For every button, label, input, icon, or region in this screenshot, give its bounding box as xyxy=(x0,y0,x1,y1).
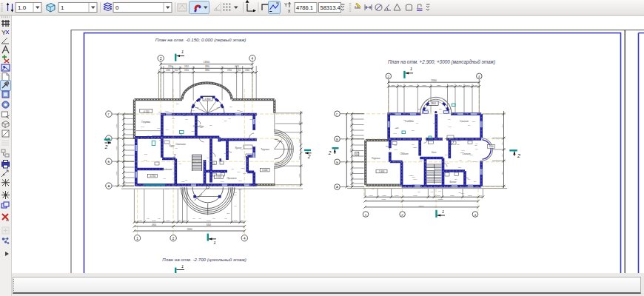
svg-text:620: 620 xyxy=(241,220,244,222)
svg-text:600: 600 xyxy=(178,220,182,222)
svg-text:1050: 1050 xyxy=(449,84,454,87)
svg-text:1700: 1700 xyxy=(369,195,373,197)
svg-text:2800: 2800 xyxy=(431,102,437,105)
svg-text:13300: 13300 xyxy=(187,228,192,231)
svg-text:3300: 3300 xyxy=(115,171,118,175)
svg-text:Столовая: Столовая xyxy=(175,143,186,146)
svg-text:1810: 1810 xyxy=(184,65,189,68)
svg-text:2280: 2280 xyxy=(298,155,301,160)
svg-text:4070: 4070 xyxy=(235,65,239,68)
svg-text:Кабинет: Кабинет xyxy=(163,168,172,171)
svg-text:2600: 2600 xyxy=(298,121,301,125)
svg-text:1890: 1890 xyxy=(422,84,426,87)
svg-text:3300: 3300 xyxy=(115,146,118,150)
svg-text:1: 1 xyxy=(442,209,444,214)
svg-text:Спальня: Спальня xyxy=(460,120,469,123)
svg-text:Б: Б xyxy=(107,160,110,164)
svg-text:Ванная: Ванная xyxy=(450,181,457,184)
svg-text:1130: 1130 xyxy=(436,195,440,197)
svg-text:5990: 5990 xyxy=(207,220,211,222)
svg-text:1: 1 xyxy=(213,240,215,245)
svg-text:600: 600 xyxy=(184,220,187,222)
svg-text:3480: 3480 xyxy=(413,195,417,197)
svg-text:1810: 1810 xyxy=(184,69,189,72)
svg-text:3300: 3300 xyxy=(349,124,351,128)
svg-text:2490: 2490 xyxy=(168,65,172,68)
svg-text:2.800: 2.800 xyxy=(205,98,211,101)
svg-text:3300: 3300 xyxy=(349,148,351,152)
svg-text:Гард.: Гард. xyxy=(413,147,417,149)
svg-text:1360: 1360 xyxy=(245,69,249,72)
svg-text:План на отм. +2.900; +3000 (ма: План на отм. +2.900; +3000 (мансардный э… xyxy=(388,59,495,65)
svg-text:1510: 1510 xyxy=(395,195,399,197)
svg-text:13300: 13300 xyxy=(431,79,437,82)
svg-text:-0.150: -0.150 xyxy=(143,110,150,113)
svg-text:4900: 4900 xyxy=(152,223,156,226)
svg-text:Терраса: Терраса xyxy=(372,157,380,160)
svg-text:Y: Y xyxy=(1,29,6,36)
svg-text:4: 4 xyxy=(252,57,254,61)
svg-text:900: 900 xyxy=(474,84,478,87)
svg-text:10200: 10200 xyxy=(438,198,444,201)
svg-text:810: 810 xyxy=(238,69,241,72)
svg-text:В: В xyxy=(336,138,338,141)
svg-text:2100: 2100 xyxy=(468,195,472,197)
svg-text:2: 2 xyxy=(517,153,520,158)
svg-text:А: А xyxy=(336,185,338,189)
svg-text:950: 950 xyxy=(399,84,403,87)
svg-text:а1: а1 xyxy=(356,152,359,155)
svg-text:План на отм. -0.150; 0.000 (пе: План на отм. -0.150; 0.000 (первый этаж) xyxy=(155,37,246,42)
svg-text:1100: 1100 xyxy=(466,84,470,87)
svg-text:2270: 2270 xyxy=(437,84,441,87)
svg-text:8400: 8400 xyxy=(207,223,211,226)
svg-text:3890: 3890 xyxy=(205,69,209,72)
svg-text:-0.750: -0.750 xyxy=(150,175,156,178)
svg-text:1540: 1540 xyxy=(501,141,503,146)
svg-text:1130: 1130 xyxy=(233,220,238,222)
svg-text:15100: 15100 xyxy=(419,205,425,207)
svg-text:950: 950 xyxy=(175,69,178,72)
svg-text:2: 2 xyxy=(172,237,175,240)
svg-text:1850: 1850 xyxy=(382,195,386,197)
svg-text:1950: 1950 xyxy=(227,69,232,72)
svg-text:2550: 2550 xyxy=(298,173,301,178)
svg-text:Терраса: Терраса xyxy=(261,148,269,151)
svg-text:1: 1 xyxy=(181,264,184,269)
svg-text:Прихожая: Прихожая xyxy=(227,177,237,180)
svg-text:1.0: 1.0 xyxy=(18,4,27,11)
svg-text:1280: 1280 xyxy=(391,84,395,87)
svg-text:58313.4: 58313.4 xyxy=(321,4,341,11)
svg-text:1: 1 xyxy=(181,50,184,54)
svg-text:Холл: Холл xyxy=(431,151,437,154)
svg-text:0.000: 0.000 xyxy=(262,169,268,172)
svg-text:1200: 1200 xyxy=(457,84,462,87)
svg-text:4900: 4900 xyxy=(381,198,386,201)
svg-text:R2575: R2575 xyxy=(277,141,283,143)
svg-text:x: x xyxy=(288,8,291,13)
svg-text:13300: 13300 xyxy=(204,61,210,64)
svg-text:2: 2 xyxy=(307,154,311,159)
svg-text:2.400: 2.400 xyxy=(379,170,385,173)
svg-text:1540: 1540 xyxy=(501,153,503,158)
svg-text:0.000: 0.000 xyxy=(216,175,222,178)
svg-text:1500: 1500 xyxy=(489,145,494,148)
svg-text:3300: 3300 xyxy=(349,172,351,176)
svg-text:2630: 2630 xyxy=(152,220,156,222)
svg-text:Y: Y xyxy=(284,2,288,7)
svg-text:4786.1: 4786.1 xyxy=(296,4,313,11)
svg-text:3440: 3440 xyxy=(501,171,503,175)
svg-text:План на отм. -2.700 (цокольный: План на отм. -2.700 (цокольный этаж) xyxy=(162,257,246,262)
svg-text:1: 1 xyxy=(136,237,138,240)
svg-text:0: 0 xyxy=(115,4,119,11)
svg-text:1810: 1810 xyxy=(409,84,413,87)
svg-text:750: 750 xyxy=(139,220,143,222)
svg-text:Б: Б xyxy=(336,161,338,164)
svg-text:3270: 3270 xyxy=(501,124,503,128)
svg-text:2280: 2280 xyxy=(298,138,301,143)
svg-text:1280: 1280 xyxy=(166,69,170,72)
svg-text:2: 2 xyxy=(160,57,162,61)
svg-text:3890: 3890 xyxy=(205,65,209,68)
svg-text:А: А xyxy=(107,184,110,188)
svg-text:640: 640 xyxy=(479,195,483,197)
svg-text:2: 2 xyxy=(328,150,332,155)
